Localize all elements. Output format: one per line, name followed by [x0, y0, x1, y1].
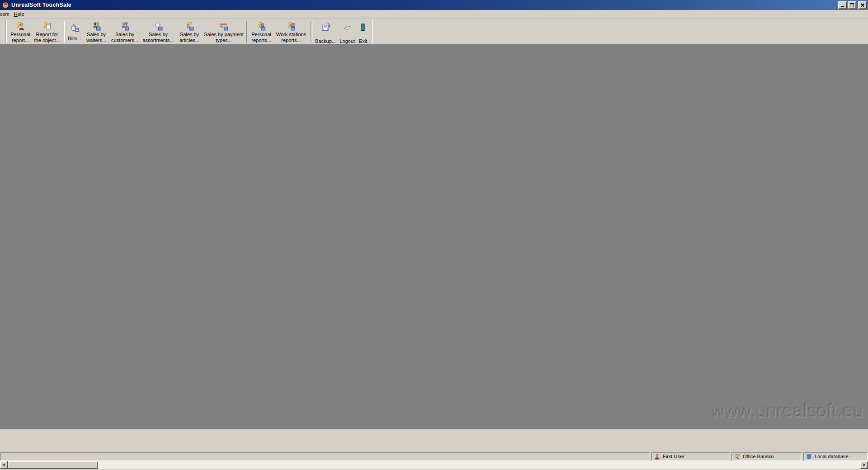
exit-button[interactable]: Exit: [357, 19, 369, 44]
bills-button[interactable]: Bills...: [66, 19, 83, 44]
exit-door-icon: [359, 23, 368, 32]
lightning-person-icon: [16, 22, 25, 31]
button-label: Sales by: [180, 32, 199, 38]
scrollbar-thumb[interactable]: [8, 461, 98, 469]
button-label: Bills...: [68, 36, 81, 42]
toolbar-empty-area: [373, 19, 868, 44]
button-label: Report for: [36, 32, 58, 38]
app-icon: [2, 1, 9, 9]
mdi-client-area: www.unrealsoft.eu: [0, 44, 868, 429]
waiters-document-icon: [92, 22, 101, 31]
sales-by-payment-types-button[interactable]: Sales by paymenttypes...: [203, 19, 245, 44]
button-label: articles...: [179, 38, 199, 43]
maximize-button[interactable]: [848, 1, 856, 9]
watermark-text: www.unrealsoft.eu: [712, 401, 863, 421]
status-bar: First User Office Bansko Local database: [0, 452, 868, 461]
status-panel-user: First User: [651, 452, 730, 461]
customers-document-icon: [120, 22, 129, 31]
status-panel-empty: [0, 452, 650, 461]
horizontal-scrollbar[interactable]: [0, 461, 868, 469]
close-button[interactable]: [858, 1, 867, 9]
user-icon: [654, 454, 660, 460]
button-label: Backup...: [315, 38, 336, 44]
button-label: Sales by: [115, 32, 134, 38]
sales-by-assortments-button[interactable]: Sales byassortments...: [140, 19, 176, 44]
lower-empty-band: [0, 429, 868, 452]
sales-by-waiters-button[interactable]: Sales bywaiters...: [83, 19, 109, 44]
mug-pen-document-icon: [70, 23, 79, 32]
toolbar-separator: [311, 21, 312, 42]
report-for-object-button[interactable]: Report forthe object...: [33, 19, 61, 44]
toolbar: Personalreport... Report forthe object..…: [0, 18, 868, 44]
backup-button[interactable]: Backup...: [314, 19, 337, 44]
logout-button[interactable]: Logout: [337, 19, 357, 44]
button-label: Sales by: [149, 32, 168, 38]
window-title: UnrealSoft TouchSale: [11, 2, 837, 8]
maximize-icon: [850, 3, 854, 7]
arrow-right-icon: [863, 463, 866, 466]
logout-sheet-icon: [343, 23, 352, 32]
lightning-user-report-icon: [257, 22, 266, 31]
lightning-document-icon: [42, 22, 52, 31]
button-label: Sales by: [87, 32, 106, 38]
button-label: Sales by payment: [204, 32, 243, 38]
sales-by-customers-button[interactable]: Sales bycustomers...: [109, 19, 140, 44]
personal-report-button[interactable]: Personalreport...: [8, 19, 33, 44]
button-label: report...: [12, 38, 29, 43]
menu-bar: cem Help: [0, 10, 868, 18]
button-label: Personal: [10, 32, 30, 38]
button-label: the object...: [34, 38, 60, 43]
floppy-backup-icon: [321, 23, 330, 32]
personal-reports-button[interactable]: Personalreports...: [250, 19, 273, 44]
button-label: types...: [216, 38, 231, 43]
button-label: assortments...: [142, 38, 174, 43]
article-document-icon: [185, 22, 194, 31]
status-panel-office: Office Bansko: [731, 452, 802, 461]
arrow-left-icon: [2, 463, 5, 466]
toolbar-clipped-button: [0, 19, 4, 44]
button-label: waiters...: [86, 38, 106, 43]
button-label: customers...: [111, 38, 138, 43]
database-icon: [806, 454, 812, 460]
office-key-icon: [734, 454, 740, 460]
button-label: Logout: [340, 38, 355, 44]
button-label: reports...: [281, 38, 301, 43]
scrollbar-track[interactable]: [98, 461, 860, 469]
work-stations-reports-button[interactable]: Work stationsreports...: [273, 19, 309, 44]
sales-by-articles-button[interactable]: Sales byarticles...: [176, 19, 203, 44]
titlebar: UnrealSoft TouchSale: [0, 0, 868, 10]
close-icon: [860, 3, 864, 7]
status-user-label: First User: [663, 454, 684, 459]
minimize-button[interactable]: [838, 1, 847, 9]
lightning-workstation-icon: [287, 22, 296, 31]
cup-document-icon: [154, 22, 163, 31]
status-panel-database: Local database: [803, 452, 868, 461]
button-label: Exit: [359, 38, 367, 44]
toolbar-separator: [63, 21, 65, 42]
credit-card-document-icon: [219, 22, 228, 31]
lower-chrome: First User Office Bansko Local database: [0, 429, 868, 470]
toolbar-separator: [246, 21, 248, 42]
menu-item-help[interactable]: Help: [12, 11, 27, 17]
button-label: Personal: [251, 32, 271, 38]
scroll-left-button[interactable]: [0, 461, 8, 469]
button-label: reports...: [251, 38, 271, 43]
toolbar-separator: [5, 21, 7, 42]
button-label: Work stations: [276, 32, 306, 38]
status-database-label: Local database: [815, 454, 849, 459]
minimize-icon: [841, 6, 844, 7]
scroll-right-button[interactable]: [860, 461, 868, 469]
status-office-label: Office Bansko: [743, 454, 774, 459]
menu-item-system-truncated[interactable]: cem: [0, 11, 12, 17]
